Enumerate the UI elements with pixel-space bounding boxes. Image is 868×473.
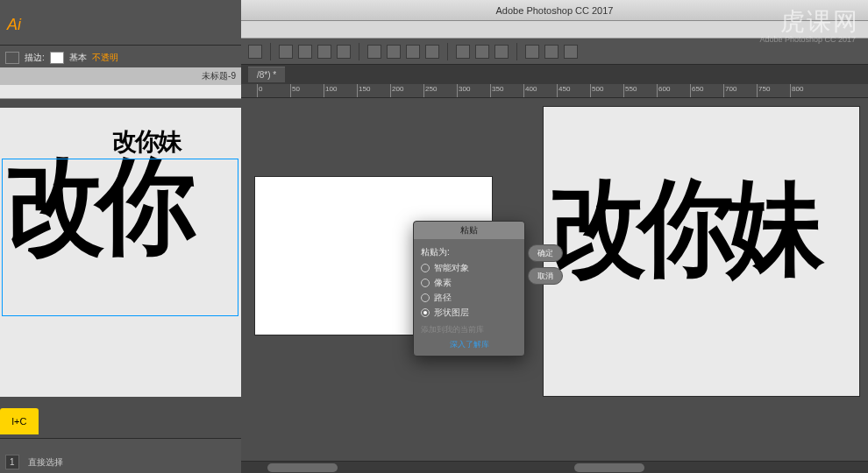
status-tool: 直接选择 xyxy=(28,456,63,469)
ruler-label: 650 xyxy=(692,85,703,93)
zoom-field[interactable]: 1 xyxy=(5,455,19,469)
ruler-tick xyxy=(357,84,358,98)
photoshop-window: Adobe Photoshop CC 2017 /8*) * 050100150… xyxy=(241,0,868,473)
radio-pixels[interactable]: 像素 xyxy=(421,277,517,289)
radio-shape-layer[interactable]: 形状图层 xyxy=(421,307,517,319)
doc-tab-label: 未标题-9 xyxy=(202,71,236,81)
radio-icon[interactable] xyxy=(421,293,430,302)
opt-icon[interactable] xyxy=(337,45,351,59)
illustrator-options-bar: 描边: 基本 不透明 xyxy=(0,48,241,67)
illustrator-doc-tab[interactable]: 未标题-9 xyxy=(0,67,241,85)
doc-tab-label: /8*) * xyxy=(257,70,276,80)
ruler-tick xyxy=(457,84,458,98)
ruler-label: 500 xyxy=(592,85,603,93)
ruler-label: 450 xyxy=(559,85,570,93)
fill-swatch[interactable] xyxy=(5,52,19,64)
opacity-label[interactable]: 不透明 xyxy=(92,52,118,64)
add-to-library-row items-center: 添加到我的当前库 xyxy=(421,324,517,335)
ruler-tick xyxy=(257,84,258,98)
scroll-thumb[interactable] xyxy=(574,463,644,472)
cancel-button[interactable]: 取消 xyxy=(528,267,563,285)
opt-icon[interactable] xyxy=(544,45,559,59)
ruler-tick xyxy=(324,84,324,98)
shortcut-sticky: l+C xyxy=(0,408,39,434)
doc-tab[interactable]: /8*) * xyxy=(248,67,285,82)
separator xyxy=(516,43,517,60)
ruler-tick xyxy=(490,84,491,98)
illustrator-artboard: 改你妹 改你 xyxy=(0,108,241,397)
ruler-tick xyxy=(690,84,691,98)
ruler-tick xyxy=(757,84,758,98)
radio-icon[interactable] xyxy=(421,264,430,272)
ruler-label: 400 xyxy=(525,85,537,93)
app-title: Adobe Photoshop CC 2017 xyxy=(496,5,614,16)
basic-label: 基本 xyxy=(69,52,87,64)
opt-icon[interactable] xyxy=(456,45,470,59)
opt-icon[interactable] xyxy=(494,45,509,59)
radio-smart-object[interactable]: 智能对象 xyxy=(421,262,517,274)
opt-icon[interactable] xyxy=(367,45,381,59)
opt-icon[interactable] xyxy=(279,45,293,59)
illustrator-ruler xyxy=(0,85,241,99)
ruler-tick xyxy=(790,84,791,98)
ruler-tick xyxy=(423,84,424,98)
ruler-label: 350 xyxy=(492,85,503,93)
ruler-tick xyxy=(657,84,658,98)
radio-path[interactable]: 路径 xyxy=(421,292,517,304)
photoshop-ruler-horizontal: 0501001502002503003504004505005506006507… xyxy=(241,84,868,98)
photoshop-doc-tabs: /8*) * xyxy=(241,65,868,84)
ruler-label: 300 xyxy=(459,85,470,93)
opt-icon[interactable] xyxy=(525,45,539,59)
illustrator-window: Ai 描边: 基本 不透明 未标题-9 改你妹 改你 l+C 1 直接选择 xyxy=(0,0,241,473)
paste-dialog: 粘贴 粘贴为: 智能对象 像素 路径 形状图层 添加到我的当前库 深入了解库 确… xyxy=(413,221,525,357)
radio-label: 路径 xyxy=(434,292,452,304)
ruler-tick xyxy=(623,84,624,98)
ruler-label: 250 xyxy=(425,85,437,93)
ruler-label: 200 xyxy=(392,85,403,93)
shortcut-text: l+C xyxy=(12,416,27,427)
ruler-label: 700 xyxy=(725,85,736,93)
separator xyxy=(447,43,448,60)
ruler-label: 150 xyxy=(359,85,370,93)
radio-icon[interactable] xyxy=(421,308,430,317)
ruler-label: 750 xyxy=(758,85,770,93)
scroll-thumb[interactable] xyxy=(267,463,338,472)
radio-label: 像素 xyxy=(434,277,452,289)
opt-icon[interactable] xyxy=(425,45,439,59)
radio-label: 智能对象 xyxy=(434,262,469,274)
ruler-tick xyxy=(390,84,391,98)
ruler-tick xyxy=(523,84,524,98)
tool-preset-icon[interactable] xyxy=(248,45,262,59)
ok-button[interactable]: 确定 xyxy=(528,244,563,262)
ruler-label: 0 xyxy=(259,85,262,93)
ok-label: 确定 xyxy=(537,248,553,259)
opt-icon[interactable] xyxy=(475,45,489,59)
ruler-label: 550 xyxy=(625,85,637,93)
ruler-label: 600 xyxy=(658,85,670,93)
stroke-preview[interactable] xyxy=(50,52,64,64)
separator xyxy=(270,43,271,60)
radio-icon[interactable] xyxy=(421,279,430,287)
opt-icon[interactable] xyxy=(298,45,312,59)
ruler-label: 800 xyxy=(792,85,803,93)
learn-more-link[interactable]: 深入了解库 xyxy=(421,339,517,350)
add-to-library-label: 添加到我的当前库 xyxy=(421,325,484,334)
ruler-tick xyxy=(557,84,558,98)
right-doc-text: 改你妹 xyxy=(550,177,816,277)
watermark-subtitle: Adobe Photoshop CC 2017 xyxy=(759,35,856,44)
illustrator-canvas[interactable]: 改你妹 改你 xyxy=(0,99,241,438)
ai-logo: Ai xyxy=(7,16,21,34)
ruler-label: 100 xyxy=(325,85,337,93)
separator xyxy=(359,43,359,60)
illustrator-titlebar: Ai xyxy=(0,0,241,46)
radio-label: 形状图层 xyxy=(434,307,469,319)
opt-icon[interactable] xyxy=(406,45,420,59)
cancel-label: 取消 xyxy=(537,271,553,282)
photoshop-hscrollbar[interactable] xyxy=(241,461,868,473)
opt-icon[interactable] xyxy=(387,45,401,59)
ruler-label: 50 xyxy=(292,85,300,93)
opt-icon[interactable] xyxy=(317,45,331,59)
opt-icon[interactable] xyxy=(564,45,578,59)
illustrator-statusbar: 1 直接选择 xyxy=(0,438,241,473)
ruler-tick xyxy=(723,84,724,98)
